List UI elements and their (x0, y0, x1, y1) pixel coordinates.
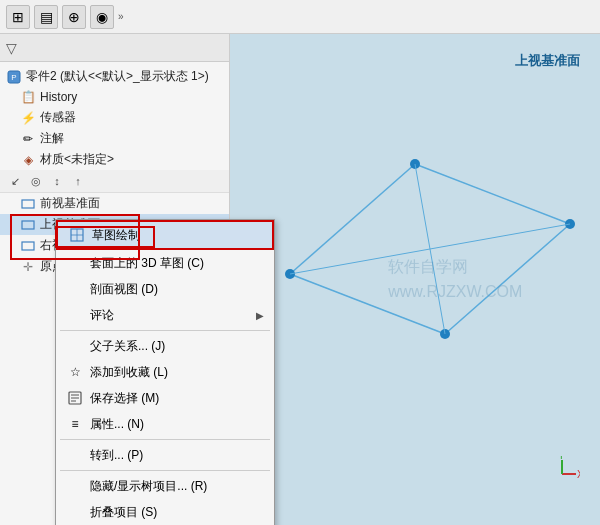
sensor-icon: ⚡ (20, 110, 36, 126)
ctx-3d-sketch-icon (66, 254, 84, 272)
ctx-sep-3 (60, 470, 270, 471)
ctx-properties-icon: ≡ (66, 415, 84, 433)
filter-bar: ▽ (0, 34, 229, 62)
ctx-add-favorite-icon: ☆ (66, 363, 84, 381)
ctx-goto-icon (66, 446, 84, 464)
front-plane-icon (20, 196, 36, 212)
svg-rect-2 (22, 200, 34, 208)
tree-item-front-plane[interactable]: 前视基准面 (0, 193, 229, 214)
tree-item-annotation[interactable]: ✏ 注解 (0, 128, 229, 149)
ctx-label-add-favorite: 添加到收藏 (L) (90, 364, 168, 381)
3d-view: 上视基准面 软件自学网 www.RJZXW.COM X Y (230, 34, 600, 525)
toolbar-more-chevron[interactable]: » (118, 11, 124, 22)
context-menu: 草图绘制 套面上的 3D 草图 (C) 剖面视图 (D) 评论 ▶ (55, 219, 275, 525)
ctx-label-properties: 属性... (N) (90, 416, 144, 433)
ctx-label-goto: 转到... (P) (90, 447, 143, 464)
sketch-canvas (230, 34, 600, 525)
toolbar-icon-table[interactable]: ▤ (34, 5, 58, 29)
tree-label-annotation: 注解 (40, 130, 64, 147)
svg-line-14 (445, 224, 570, 334)
ctx-item-comment[interactable]: 评论 ▶ (56, 302, 274, 328)
toolbar-icon-grid[interactable]: ⊞ (6, 5, 30, 29)
ctx-comment-icon (66, 306, 84, 324)
ctx-sep-1 (60, 330, 270, 331)
view-label-text: 上视基准面 (515, 53, 580, 68)
view-label: 上视基准面 (515, 52, 580, 70)
ctx-show-hide-icon (66, 477, 84, 495)
svg-line-21 (415, 164, 445, 334)
toolbar-icon-globe[interactable]: ◉ (90, 5, 114, 29)
ctx-item-add-favorite[interactable]: ☆ 添加到收藏 (L) (56, 359, 274, 385)
ctx-label-comment: 评论 (90, 307, 114, 324)
ctx-label-show-hide: 隐藏/显示树项目... (R) (90, 478, 207, 495)
ctx-label-save-selection: 保存选择 (M) (90, 390, 159, 407)
ctx-sep-2 (60, 439, 270, 440)
svg-text:P: P (11, 73, 16, 82)
main-area: ▽ P 零件2 (默认<<默认>_显示状态 1>) 📋 (0, 34, 600, 525)
left-panel: ▽ P 零件2 (默认<<默认>_显示状态 1>) 📋 (0, 34, 230, 525)
history-icon: 📋 (20, 89, 36, 105)
annotation-icon: ✏ (20, 131, 36, 147)
small-icon-4[interactable]: ↑ (69, 172, 87, 190)
tree-label-front-plane: 前视基准面 (40, 195, 100, 212)
svg-text:X: X (577, 469, 580, 480)
ctx-label-sketch-draw: 草图绘制 (92, 227, 140, 244)
ctx-item-parent-child[interactable]: 父子关系... (J) (56, 333, 274, 359)
ctx-comment-arrow: ▶ (256, 310, 264, 321)
filter-icon[interactable]: ▽ (6, 40, 17, 56)
svg-line-13 (415, 164, 570, 224)
svg-text:Y: Y (558, 456, 565, 461)
tree-root[interactable]: P 零件2 (默认<<默认>_显示状态 1>) (0, 66, 229, 87)
ctx-item-properties[interactable]: ≡ 属性... (N) (56, 411, 274, 437)
ctx-collapse-icon (66, 503, 84, 521)
app-container: ⊞ ▤ ⊕ ◉ » ▽ P (0, 0, 600, 525)
ctx-parent-child-icon (66, 337, 84, 355)
toolbar-icon-plus[interactable]: ⊕ (62, 5, 86, 29)
origin-icon: ✛ (20, 259, 36, 275)
ctx-item-3d-sketch[interactable]: 套面上的 3D 草图 (C) (56, 250, 274, 276)
top-plane-icon (20, 217, 36, 233)
ctx-item-goto[interactable]: 转到... (P) (56, 442, 274, 468)
tree-item-history[interactable]: 📋 History (0, 87, 229, 107)
svg-line-12 (290, 164, 415, 274)
tree-label-history: History (40, 90, 77, 104)
small-icon-1[interactable]: ↙ (6, 172, 24, 190)
svg-rect-4 (22, 242, 34, 250)
ctx-label-parent-child: 父子关系... (J) (90, 338, 165, 355)
right-plane-icon (20, 238, 36, 254)
tree-label-sensor: 传感器 (40, 109, 76, 126)
tree-root-icon: P (6, 69, 22, 85)
tree-item-sensor[interactable]: ⚡ 传感器 (0, 107, 229, 128)
tree-label-material: 材质<未指定> (40, 151, 114, 168)
tree-root-label: 零件2 (默认<<默认>_显示状态 1>) (26, 68, 209, 85)
ctx-item-save-selection[interactable]: 保存选择 (M) (56, 385, 274, 411)
ctx-section-view-icon (66, 280, 84, 298)
toolbar: ⊞ ▤ ⊕ ◉ » (0, 0, 600, 34)
ctx-label-3d-sketch: 套面上的 3D 草图 (C) (90, 255, 204, 272)
ctx-item-collapse[interactable]: 折叠项目 (S) (56, 499, 274, 525)
ctx-item-show-hide[interactable]: 隐藏/显示树项目... (R) (56, 473, 274, 499)
svg-rect-3 (22, 221, 34, 229)
axis-indicator: X Y (544, 456, 580, 495)
svg-line-15 (290, 274, 445, 334)
3d-view-panel: 上视基准面 软件自学网 www.RJZXW.COM X Y (230, 34, 600, 525)
tree-item-material[interactable]: ◈ 材质<未指定> (0, 149, 229, 170)
ctx-save-selection-icon (66, 389, 84, 407)
icon-row: ↙ ◎ ↕ ↑ (0, 170, 229, 193)
material-icon: ◈ (20, 152, 36, 168)
ctx-sketch-draw-icon (68, 226, 86, 244)
ctx-item-section-view[interactable]: 剖面视图 (D) (56, 276, 274, 302)
small-icon-3[interactable]: ↕ (48, 172, 66, 190)
ctx-label-collapse: 折叠项目 (S) (90, 504, 157, 521)
small-icon-2[interactable]: ◎ (27, 172, 45, 190)
ctx-item-sketch-draw[interactable]: 草图绘制 (56, 220, 274, 250)
ctx-label-section-view: 剖面视图 (D) (90, 281, 158, 298)
